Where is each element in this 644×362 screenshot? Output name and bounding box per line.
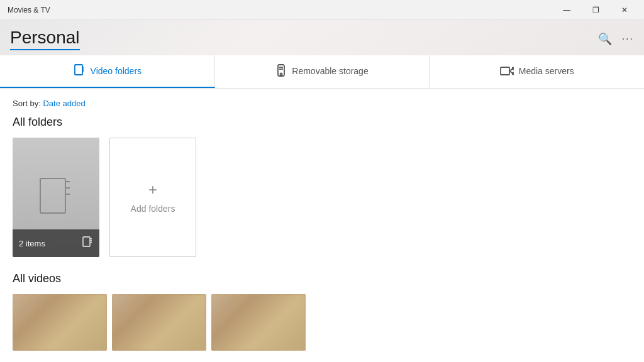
tab-video-folders-label: Video folders: [91, 66, 142, 76]
more-options-button[interactable]: ···: [622, 33, 634, 45]
svg-rect-13: [40, 178, 65, 213]
svg-rect-0: [75, 65, 82, 75]
folder-card[interactable]: 2 items: [13, 138, 99, 257]
video-thumbnail[interactable]: [112, 294, 206, 351]
main-content: Sort by: Date added All folders 2 items: [0, 89, 644, 362]
maximize-button[interactable]: ❐: [581, 0, 610, 20]
video-thumb-image: [211, 294, 306, 351]
nav-tabs: Video folders Removable storage Media se…: [0, 55, 644, 89]
tab-video-folders[interactable]: Video folders: [0, 55, 215, 88]
title-bar: Movies & TV — ❐ ✕: [0, 0, 644, 20]
videos-grid: [13, 294, 631, 351]
minimize-button[interactable]: —: [552, 0, 581, 20]
header-top: Personal 🔍 ···: [10, 28, 634, 55]
add-folder-plus-icon: +: [148, 181, 157, 199]
folder-icon: [37, 175, 75, 219]
window-controls: — ❐ ✕: [552, 0, 639, 20]
svg-point-5: [280, 74, 282, 75]
svg-rect-4: [278, 65, 284, 76]
svg-rect-8: [501, 67, 509, 75]
page-title: Personal: [10, 28, 80, 50]
header-actions: 🔍 ···: [598, 32, 634, 46]
tab-media-servers-label: Media servers: [519, 66, 574, 76]
search-icon: 🔍: [598, 33, 612, 45]
add-folder-card[interactable]: + Add folders: [109, 138, 196, 257]
all-folders-title: All folders: [13, 116, 631, 129]
video-thumb-image: [112, 294, 206, 351]
tab-media-servers[interactable]: Media servers: [430, 55, 644, 88]
all-videos-title: All videos: [13, 272, 631, 285]
video-thumbnail[interactable]: [13, 294, 107, 351]
sort-label: Sort by:: [13, 99, 41, 108]
sort-bar: Sort by: Date added: [13, 99, 631, 108]
folder-card-footer: 2 items: [13, 229, 99, 257]
search-button[interactable]: 🔍: [598, 32, 612, 46]
sort-value[interactable]: Date added: [43, 99, 85, 108]
media-servers-icon: [500, 65, 514, 77]
folder-small-icon: [82, 236, 93, 251]
tab-removable-storage-label: Removable storage: [292, 66, 368, 76]
svg-rect-17: [83, 237, 90, 246]
add-folder-label: Add folders: [131, 204, 175, 214]
close-button[interactable]: ✕: [610, 0, 639, 20]
video-thumb-image: [13, 294, 107, 351]
folder-item-count: 2 items: [19, 239, 45, 248]
video-folders-icon: [73, 64, 86, 78]
video-thumbnail[interactable]: [211, 294, 306, 351]
tab-removable-storage[interactable]: Removable storage: [215, 55, 430, 88]
window-title: Movies & TV: [8, 6, 50, 14]
removable-storage-icon: [275, 64, 287, 78]
header: Personal 🔍 ···: [0, 20, 644, 55]
folders-grid: 2 items + Add folders: [13, 138, 631, 257]
